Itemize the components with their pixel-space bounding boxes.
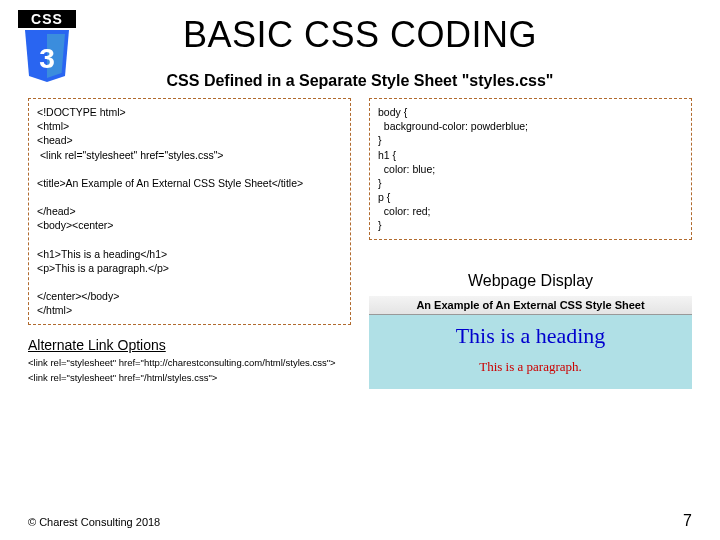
css3-logo: CSS 3 xyxy=(18,10,76,88)
preview-tab-title: An Example of An External CSS Style Shee… xyxy=(369,296,692,315)
page-number: 7 xyxy=(683,512,692,530)
preview-paragraph: This is a paragraph. xyxy=(377,359,684,375)
rendered-preview: An Example of An External CSS Style Shee… xyxy=(369,296,692,389)
copyright: © Charest Consulting 2018 xyxy=(28,516,160,528)
svg-text:3: 3 xyxy=(39,43,55,74)
css-code-box: body { background-color: powderblue; } h… xyxy=(369,98,692,240)
alternate-link-heading: Alternate Link Options xyxy=(28,337,351,353)
webpage-display-label: Webpage Display xyxy=(369,272,692,290)
slide: CSS 3 BASIC CSS CODING CSS Defined in a … xyxy=(0,0,720,540)
page-title: BASIC CSS CODING xyxy=(28,14,692,56)
alternate-link-2: <link rel="stylesheet" href="/html/style… xyxy=(28,372,351,383)
two-column-layout: <!DOCTYPE html> <html> <head> <link rel=… xyxy=(28,98,692,389)
subtitle: CSS Defined in a Separate Style Sheet "s… xyxy=(28,72,692,90)
right-column: body { background-color: powderblue; } h… xyxy=(369,98,692,389)
html-code-box: <!DOCTYPE html> <html> <head> <link rel=… xyxy=(28,98,351,325)
alternate-link-1: <link rel="stylesheet" href="http://char… xyxy=(28,357,351,368)
preview-heading: This is a heading xyxy=(377,323,684,349)
logo-wordmark: CSS xyxy=(18,10,76,28)
css3-shield-icon: 3 xyxy=(21,30,73,88)
left-column: <!DOCTYPE html> <html> <head> <link rel=… xyxy=(28,98,351,389)
